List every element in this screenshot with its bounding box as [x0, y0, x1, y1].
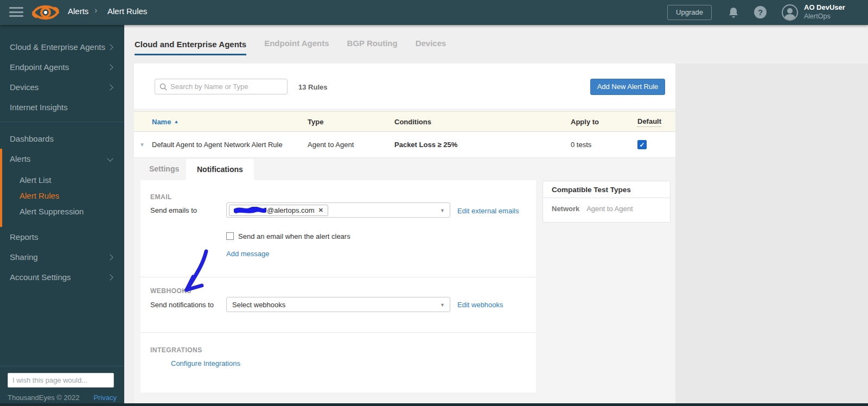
row-expand-caret-icon[interactable]: ▼ — [139, 142, 145, 148]
sidebar-item-sharing[interactable]: Sharing — [0, 247, 124, 267]
sidebar-item-endpoint-agents[interactable]: Endpoint Agents — [0, 57, 124, 77]
section-divider — [141, 332, 536, 333]
tab-endpoint-agents[interactable]: Endpoint Agents — [264, 39, 329, 50]
rule-default-cell: ✓ — [637, 132, 647, 157]
remove-token-icon[interactable]: ✕ — [318, 207, 323, 214]
sidebar-alerts-section: Alerts Alert List Alert Rules Alert Supp… — [0, 149, 124, 227]
search-box — [155, 79, 288, 94]
email-token: @alertops.com ✕ — [229, 205, 328, 216]
table-row[interactable]: ▼ Default Agent to Agent Network Alert R… — [134, 132, 675, 158]
tab-devices[interactable]: Devices — [416, 39, 446, 50]
user-org: AlertOps — [804, 12, 845, 20]
test-type-category: Network — [552, 205, 579, 213]
configure-integrations-link[interactable]: Configure Integrations — [171, 359, 240, 367]
rules-toolbar: 13 Rules Add New Alert Rule — [134, 64, 675, 109]
email-recipients-select[interactable]: @alertops.com ✕ ▼ — [226, 202, 450, 218]
send-emails-to-label: Send emails to — [150, 206, 197, 214]
user-name: AO DevUser — [804, 3, 845, 11]
user-info[interactable]: AO DevUser AlertOps — [804, 3, 845, 20]
webhooks-select[interactable]: Select webhooks ▼ — [226, 297, 450, 312]
redaction-scribble — [234, 207, 266, 214]
column-header-conditions[interactable]: Conditions — [394, 112, 431, 131]
chevron-right-icon — [107, 64, 113, 70]
dropdown-caret-icon: ▼ — [440, 302, 445, 308]
breadcrumb-separator-icon: › — [94, 5, 97, 15]
chevron-right-icon — [107, 274, 113, 280]
tab-settings[interactable]: Settings — [149, 164, 179, 173]
tab-cloud-and-enterprise-agents[interactable]: Cloud and Enterprise Agents — [135, 40, 246, 55]
feedback-input[interactable] — [8, 373, 114, 388]
compatible-test-type-row: Network Agent to Agent — [543, 198, 670, 213]
sidebar-nav: Cloud & Enterprise Agents Endpoint Agent… — [0, 25, 124, 406]
chevron-right-icon — [107, 254, 113, 260]
sidebar-subitem-alert-suppression[interactable]: Alert Suppression — [2, 204, 124, 219]
search-input[interactable] — [170, 79, 284, 94]
sidebar-subitem-alert-rules[interactable]: Alert Rules — [2, 188, 124, 204]
rule-name-cell: Default Agent to Agent Network Alert Rul… — [152, 132, 283, 157]
section-divider — [141, 277, 536, 277]
sort-ascending-icon: ▲ — [174, 119, 178, 124]
main-content: Cloud and Enterprise Agents Endpoint Age… — [124, 25, 868, 406]
sidebar-item-dashboards[interactable]: Dashboards — [0, 129, 124, 149]
chevron-down-icon — [107, 155, 113, 161]
sidebar-item-alerts[interactable]: Alerts — [2, 149, 124, 169]
content-column: 13 Rules Add New Alert Rule Name ▲ Type … — [134, 64, 675, 406]
sidebar-subitem-alert-list[interactable]: Alert List — [2, 172, 124, 188]
rule-conditions-cell: Packet Loss ≥ 25% — [394, 132, 457, 157]
bottom-edge-strip — [0, 403, 868, 406]
rules-count: 13 Rules — [298, 83, 327, 91]
sidebar-item-reports[interactable]: Reports — [0, 227, 124, 247]
chevron-right-icon — [107, 44, 113, 50]
upgrade-button[interactable]: Upgrade — [667, 5, 712, 20]
top-bar: Alerts › Alert Rules Upgrade ? AO DevUse… — [0, 0, 868, 25]
integrations-section-title: INTEGRATIONS — [150, 346, 202, 354]
breadcrumb-section[interactable]: Alerts — [68, 7, 88, 16]
webhooks-select-value: Select webhooks — [232, 301, 285, 309]
send-notifications-to-label: Send notifications to — [150, 301, 214, 309]
privacy-link[interactable]: Privacy — [93, 394, 117, 402]
email-section-title: EMAIL — [150, 193, 172, 201]
column-header-name[interactable]: Name ▲ — [152, 112, 178, 131]
edit-webhooks-link[interactable]: Edit webhooks — [457, 301, 503, 309]
user-avatar[interactable] — [782, 4, 798, 21]
column-header-apply-to[interactable]: Apply to — [571, 112, 599, 131]
email-token-text: @alertops.com — [267, 206, 315, 214]
rules-table-header: Name ▲ Type Conditions Apply to Default — [134, 111, 675, 132]
column-header-type[interactable]: Type — [308, 112, 323, 131]
sidebar-divider — [0, 122, 124, 122]
test-type-value: Agent to Agent — [586, 205, 633, 213]
search-icon — [159, 83, 167, 91]
right-background-area — [675, 64, 868, 406]
compatible-test-types-panel: Compatible Test Types Network Agent to A… — [542, 181, 671, 223]
default-checkbox[interactable]: ✓ — [637, 140, 647, 149]
rule-type-cell: Agent to Agent — [308, 132, 354, 157]
detail-tabs: Settings Notifications — [134, 158, 675, 180]
webhooks-section-title: WEBHOOKS — [150, 287, 192, 295]
sidebar-item-internet-insights[interactable]: Internet Insights — [0, 97, 124, 117]
help-icon[interactable]: ? — [754, 6, 767, 18]
tab-notifications[interactable]: Notifications — [186, 159, 254, 180]
compatible-test-types-title: Compatible Test Types — [543, 181, 670, 198]
add-new-alert-rule-button[interactable]: Add New Alert Rule — [590, 79, 665, 95]
tab-bgp-routing[interactable]: BGP Routing — [347, 39, 398, 50]
copyright-text: ThousandEyes © 2022 — [8, 394, 79, 402]
sidebar-bottom-divider — [0, 366, 124, 366]
edit-external-emails-link[interactable]: Edit external emails — [457, 207, 519, 215]
sidebar-item-devices[interactable]: Devices — [0, 77, 124, 97]
app-root: Alerts › Alert Rules Upgrade ? AO DevUse… — [0, 0, 868, 406]
sidebar-item-account-settings[interactable]: Account Settings — [0, 267, 124, 287]
rule-apply-to-cell: 0 tests — [571, 132, 591, 157]
notifications-panel: EMAIL Send emails to @alertops.com ✕ ▼ E… — [141, 180, 536, 392]
thousandeyes-logo-icon[interactable] — [31, 2, 60, 26]
breadcrumb-page: Alert Rules — [107, 7, 147, 16]
sidebar-item-cloud-enterprise-agents[interactable]: Cloud & Enterprise Agents — [0, 37, 124, 57]
hamburger-menu-icon[interactable] — [9, 7, 23, 18]
alert-clears-label: Send an email when the alert clears — [238, 232, 350, 240]
dropdown-caret-icon: ▼ — [440, 208, 445, 213]
add-message-link[interactable]: Add message — [226, 250, 270, 258]
alert-clears-checkbox[interactable] — [226, 232, 234, 240]
chevron-right-icon — [107, 84, 113, 90]
notifications-bell-icon[interactable] — [728, 7, 739, 21]
page-tabs: Cloud and Enterprise Agents Endpoint Age… — [135, 25, 446, 64]
column-header-default[interactable]: Default — [637, 117, 661, 127]
